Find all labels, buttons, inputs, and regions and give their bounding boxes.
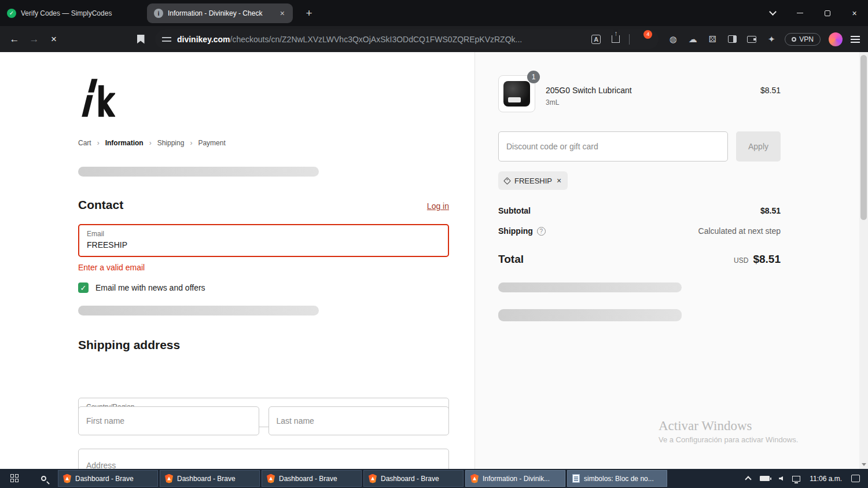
tab-simplycodes[interactable]: ✓ Verify Codes — SimplyCodes bbox=[0, 3, 139, 23]
translate-icon[interactable]: A bbox=[586, 30, 606, 49]
taskbar-clock[interactable]: 11:06 a.m. bbox=[810, 475, 842, 483]
windows-taskbar: Dashboard - Brave Dashboard - Brave Dash… bbox=[0, 469, 868, 488]
newsletter-checkbox[interactable]: ✓ bbox=[78, 282, 89, 293]
tab-strip: ✓ Verify Codes — SimplyCodes i Informati… bbox=[0, 0, 868, 26]
vpn-status-icon bbox=[792, 37, 796, 42]
close-tab-icon[interactable]: × bbox=[279, 9, 286, 18]
taskbar-item-dashboard-3[interactable]: Dashboard - Brave bbox=[262, 470, 362, 487]
volume-icon[interactable] bbox=[779, 476, 783, 481]
notification-center-icon[interactable] bbox=[851, 475, 860, 482]
shipping-row: Shipping ? Calculated at next step bbox=[498, 226, 781, 236]
address-input[interactable] bbox=[78, 449, 449, 469]
checkout-favicon-icon: i bbox=[154, 9, 163, 18]
extension-icon[interactable]: ◍ bbox=[663, 30, 683, 49]
first-name-input[interactable] bbox=[78, 406, 259, 435]
email-field[interactable]: Email FREESHIP bbox=[78, 224, 449, 257]
cart-line-item: 1 205G0 Switch Lubricant 3mL $8.51 bbox=[498, 75, 781, 112]
cloud-icon[interactable]: ☁ bbox=[683, 30, 703, 49]
close-window-button[interactable]: × bbox=[841, 0, 868, 26]
page-scrollbar[interactable] bbox=[859, 52, 868, 469]
subtotal-label: Subtotal bbox=[498, 206, 531, 215]
discount-tag-label: FREESHIP bbox=[514, 177, 552, 185]
taskbar-search-icon[interactable] bbox=[29, 469, 58, 488]
brave-shield-icon[interactable]: 4 bbox=[633, 30, 653, 49]
share-icon[interactable] bbox=[606, 30, 626, 49]
tab-search-icon[interactable] bbox=[759, 0, 786, 26]
url-domain: divinikey.com bbox=[177, 35, 230, 44]
notepad-app-icon bbox=[572, 474, 580, 483]
order-summary-column: 1 205G0 Switch Lubricant 3mL $8.51 Apply… bbox=[475, 52, 859, 469]
taskbar-item-label: simbolos: Bloc de no... bbox=[584, 475, 654, 483]
taskbar-item-information[interactable]: Information - Divinik... bbox=[465, 470, 565, 487]
taskbar-item-dashboard-4[interactable]: Dashboard - Brave bbox=[363, 470, 464, 487]
toolbar-divider bbox=[629, 34, 630, 45]
contact-heading: Contact bbox=[78, 198, 123, 212]
extensions-puzzle-icon[interactable]: ⚄ bbox=[703, 30, 722, 49]
new-tab-button[interactable]: + bbox=[301, 5, 317, 21]
last-name-input[interactable] bbox=[269, 406, 450, 435]
subtotal-row: Subtotal $8.51 bbox=[498, 206, 781, 215]
loading-skeleton bbox=[78, 306, 319, 315]
simplycodes-favicon-icon: ✓ bbox=[7, 9, 16, 18]
taskbar-item-dashboard-2[interactable]: Dashboard - Brave bbox=[160, 470, 260, 487]
wallet-icon[interactable] bbox=[742, 30, 762, 49]
stop-loading-icon[interactable]: × bbox=[44, 30, 64, 49]
product-image bbox=[503, 81, 530, 107]
brave-app-icon bbox=[267, 474, 275, 483]
profile-avatar[interactable] bbox=[829, 32, 843, 46]
store-logo[interactable] bbox=[78, 73, 449, 125]
loading-skeleton bbox=[498, 309, 682, 321]
url-bar[interactable]: divinikey.com /checkouts/cn/Z2NwLXVzLWVh… bbox=[155, 30, 659, 49]
apply-discount-button[interactable]: Apply bbox=[736, 131, 781, 162]
maximize-button[interactable] bbox=[814, 0, 841, 26]
battery-icon[interactable] bbox=[760, 476, 770, 481]
breadcrumb-cart[interactable]: Cart bbox=[78, 139, 91, 147]
minimize-button[interactable] bbox=[786, 0, 814, 26]
bookmark-icon[interactable] bbox=[131, 30, 150, 49]
brave-app-icon bbox=[369, 474, 377, 483]
activate-windows-subtext: Ve a Configuración para activar Windows. bbox=[659, 435, 798, 444]
tab-title: Verify Codes — SimplyCodes bbox=[21, 9, 132, 17]
checkout-form-column: Cart › Information › Shipping › Payment … bbox=[0, 52, 475, 469]
newsletter-row: ✓ Email me with news and offers bbox=[78, 282, 449, 293]
network-icon[interactable] bbox=[792, 476, 800, 482]
scroll-down-icon[interactable] bbox=[859, 460, 868, 469]
email-field-label: Email bbox=[87, 230, 104, 238]
leo-sparkle-icon[interactable]: ✦ bbox=[762, 30, 781, 49]
discount-code-input[interactable] bbox=[498, 131, 728, 162]
menu-icon[interactable] bbox=[851, 39, 860, 40]
brave-app-icon bbox=[470, 474, 479, 483]
brave-app-icon bbox=[165, 474, 173, 483]
login-link[interactable]: Log in bbox=[427, 201, 449, 211]
tray-expand-icon[interactable] bbox=[745, 476, 752, 482]
vpn-button[interactable]: VPN bbox=[785, 33, 821, 46]
total-row: Total USD $8.51 bbox=[498, 253, 781, 266]
total-value: $8.51 bbox=[753, 253, 781, 266]
window-controls: × bbox=[759, 0, 868, 26]
shield-badge: 4 bbox=[643, 30, 652, 39]
taskbar-item-notepad[interactable]: simbolos: Bloc de no... bbox=[567, 470, 667, 487]
shipping-help-icon[interactable]: ? bbox=[537, 227, 546, 236]
back-icon[interactable]: ← bbox=[5, 30, 24, 49]
shipping-label: Shipping bbox=[498, 226, 533, 236]
product-variant: 3mL bbox=[546, 98, 632, 107]
remove-discount-icon[interactable]: × bbox=[557, 176, 561, 185]
taskbar-item-label: Dashboard - Brave bbox=[75, 475, 134, 483]
sidebar-icon[interactable] bbox=[722, 30, 742, 49]
breadcrumb-shipping: Shipping bbox=[157, 139, 185, 147]
brave-app-icon bbox=[63, 474, 71, 483]
forward-icon[interactable]: → bbox=[24, 30, 44, 49]
applied-discounts: FREESHIP × bbox=[498, 171, 781, 190]
newsletter-label: Email me with news and offers bbox=[95, 283, 205, 292]
browser-window: ✓ Verify Codes — SimplyCodes i Informati… bbox=[0, 0, 868, 488]
address-row bbox=[78, 449, 449, 469]
site-settings-icon[interactable] bbox=[162, 36, 171, 43]
name-row bbox=[78, 406, 449, 435]
loading-skeleton bbox=[78, 167, 319, 177]
scrollbar-thumb[interactable] bbox=[860, 55, 867, 220]
app-grid-icon[interactable] bbox=[0, 469, 29, 488]
tab-divinikey-checkout[interactable]: i Information - Divinikey - Check × bbox=[147, 3, 293, 23]
url-path: /checkouts/cn/Z2NwLXVzLWVhc3QxOjAxSkI3OD… bbox=[230, 35, 523, 44]
navigation-bar: ← → × divinikey.com /checkouts/cn/Z2NwLX… bbox=[0, 26, 868, 52]
taskbar-item-dashboard-1[interactable]: Dashboard - Brave bbox=[58, 470, 158, 487]
